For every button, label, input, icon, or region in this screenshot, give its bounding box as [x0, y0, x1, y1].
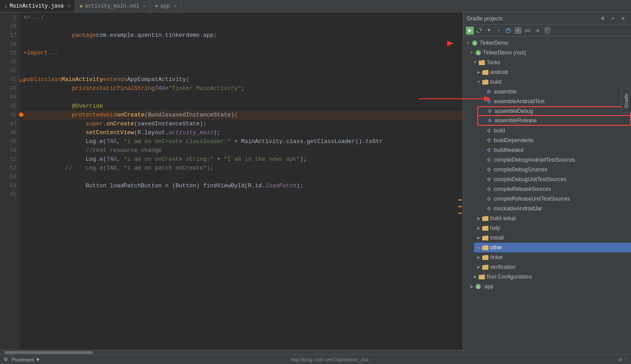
tree-item-install[interactable]: ▶ install	[474, 233, 631, 243]
settings-icon[interactable]: ⚙	[619, 356, 622, 363]
svg-point-22	[488, 130, 490, 132]
svg-rect-6	[515, 31, 518, 33]
settings-btn[interactable]: ⚙	[598, 14, 607, 23]
tree-item-help[interactable]: ▶ help	[474, 223, 631, 233]
tree-arrow: ▶	[476, 225, 482, 231]
tree-item-app-module[interactable]: ▶ G :app	[467, 282, 631, 291]
status-bar: ⚙ Processes ▼ http://blog.csdn.net/Chame…	[0, 354, 631, 364]
svg-point-25	[488, 159, 490, 161]
collapse-all-btn[interactable]	[523, 26, 532, 35]
script-btn[interactable]	[543, 26, 552, 35]
code-lines[interactable]: +/.../ package com.example.quentin.tinke…	[20, 12, 463, 350]
tree-arrow: ▶	[476, 254, 482, 260]
tree-label: :app	[483, 283, 493, 290]
code-line: Button loadPatchButton = (Button) findVi…	[23, 182, 463, 190]
tab-app[interactable]: ● app ✕	[151, 0, 181, 12]
tree-item-build-folder[interactable]: ▼ build	[474, 77, 631, 87]
folder-icon	[482, 69, 489, 75]
tree-item-tasks[interactable]: ▼ Tasks	[470, 58, 631, 67]
tree-arrow: ▶	[476, 235, 482, 241]
horizontal-scrollbar[interactable]	[0, 350, 463, 354]
svg-rect-7	[519, 31, 521, 33]
sync-btn[interactable]	[504, 26, 513, 35]
tree-label: compileDebugAndroidTestSources	[494, 157, 575, 163]
tree-label: mockableAndroidJar	[494, 205, 542, 212]
tree-item-tinkerdemo[interactable]: ▼ G TinkerDemo	[463, 38, 631, 48]
refresh-btn[interactable]	[475, 26, 484, 35]
tree-label: TinkerDemo	[480, 40, 508, 46]
tree-label: compileDebugUnitTestSources	[494, 176, 566, 182]
expand-all-btn[interactable]	[514, 26, 523, 35]
tree-item-builddependents[interactable]: buildDependents	[477, 136, 631, 145]
run-all-btn[interactable]	[466, 27, 474, 35]
code-line	[23, 22, 463, 31]
tree-arrow: ▶	[476, 215, 482, 221]
gradle-action-toolbar: + −	[463, 25, 631, 36]
tree-label: verification	[490, 264, 515, 270]
tree-item-run-configurations[interactable]: ▶ Run Configurations	[470, 272, 631, 282]
tree-label: compileReleaseSources	[494, 186, 551, 192]
tree-item-build-task[interactable]: build	[477, 126, 631, 136]
gradle-panel: Gradle projects ⚙ ↗ ✕ + −	[463, 12, 631, 354]
code-line: package com.example.quentin.tinkerdemo.a…	[23, 31, 463, 40]
gear-icon	[485, 196, 492, 202]
settings-status-icon: ⚙	[4, 356, 8, 362]
tree-label: assembleDebug	[495, 108, 533, 114]
tree-item-build-setup[interactable]: ▶ build setup	[474, 213, 631, 223]
gear-icon	[486, 108, 493, 114]
tree-arrow: ▶	[476, 264, 482, 270]
tree-item-compiledebugsources[interactable]: compileDebugSources	[477, 165, 631, 174]
code-line	[23, 190, 463, 199]
tree-item-mockableandroidjar[interactable]: mockableAndroidJar	[477, 204, 631, 213]
dropdown-arrow: ▼	[35, 357, 40, 362]
tree-item-buildneeded[interactable]: buildNeeded	[477, 145, 631, 155]
tree-item-compilereleaseunit[interactable]: compileReleaseUnitTestSources	[477, 194, 631, 204]
tree-item-verification[interactable]: ▶ verification	[474, 262, 631, 272]
code-line	[23, 93, 463, 102]
upload-icon[interactable]: ↑	[624, 356, 627, 363]
settings-status-btn[interactable]: ⚙	[4, 356, 8, 362]
tree-item-compilereleasesources[interactable]: compileReleaseSources	[477, 184, 631, 194]
gradle-side-tab[interactable]: Gradle	[621, 89, 631, 113]
tab-close[interactable]: ✕	[174, 4, 176, 9]
svg-point-26	[488, 169, 490, 171]
tree-item-assemble[interactable]: assemble	[477, 87, 631, 97]
tree-item-assembledebug[interactable]: assembleDebug	[477, 106, 631, 116]
gear-icon	[485, 147, 492, 153]
status-left: ⚙ Processes ▼	[4, 356, 40, 362]
close-btn[interactable]: ✕	[619, 14, 627, 23]
tree-item-compiledebugtestsources[interactable]: compileDebugAndroidTestSources	[477, 155, 631, 165]
remove-btn[interactable]: −	[494, 26, 503, 35]
tree-item-assemblerelease[interactable]: assembleRelease	[477, 116, 631, 126]
tree-arrow: ▼	[465, 40, 471, 46]
tab-close[interactable]: ✕	[143, 4, 146, 9]
expand-btn[interactable]: ↗	[608, 14, 617, 23]
tab-close[interactable]: ✕	[68, 4, 70, 9]
svg-point-21	[489, 120, 491, 122]
tree-item-assembleandroidtest[interactable]: assembleAndroidTest	[477, 97, 631, 106]
svg-point-19	[488, 101, 490, 103]
tab-main-activity[interactable]: ☕ MainActivity.java ✕	[0, 0, 75, 12]
gradle-side-tab-label: Gradle	[622, 89, 631, 112]
gear-icon	[485, 176, 492, 182]
tree-item-other[interactable]: ▶ other	[474, 243, 631, 252]
tab-activity-xml[interactable]: ◈ activity_main.xml ✕	[75, 0, 151, 12]
scrollbar-thumb[interactable]	[4, 351, 93, 354]
tab-label: app	[160, 3, 170, 9]
processes-btn[interactable]: Processes ▼	[12, 357, 40, 362]
tree-item-compiledebugunit[interactable]: compileDebugUnitTestSources	[477, 174, 631, 184]
code-line: Log.e(TAG, "i am on onCreate string:" + …	[23, 155, 463, 164]
svg-text:G: G	[477, 285, 480, 289]
add-btn[interactable]: +	[484, 26, 493, 35]
code-line	[23, 40, 463, 49]
main-area: 1 16 17 18 19 40 41 42 ≡≡ 43 44 45 46 47	[0, 12, 631, 354]
gradle-tree[interactable]: ▼ G TinkerDemo ▼ G TinkerDemo (root) ▼	[463, 36, 631, 354]
svg-point-30	[488, 208, 490, 210]
tree-arrow: ▼	[476, 79, 482, 85]
tree-item-android[interactable]: ▶ android	[474, 67, 631, 77]
code-line: // Log.e(TAG, "i am on patch onCreate");	[23, 164, 463, 173]
tree-item-tinker[interactable]: ▶ tinker	[474, 252, 631, 262]
gear-icon	[485, 128, 492, 134]
link-btn[interactable]	[533, 26, 542, 35]
tree-item-tinkerdemo-root[interactable]: ▼ G TinkerDemo (root)	[467, 48, 631, 58]
